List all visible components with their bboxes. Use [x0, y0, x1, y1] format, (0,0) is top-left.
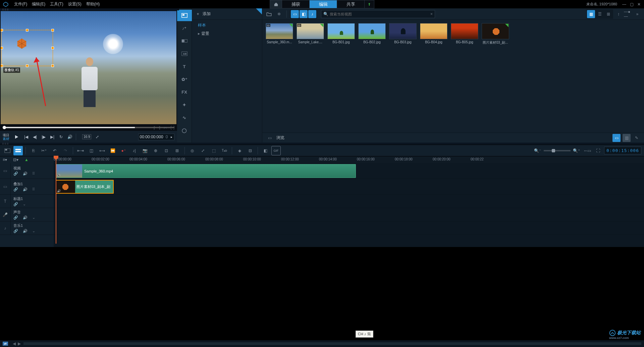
correction-category-button[interactable]: ✦	[177, 99, 192, 110]
time-ruler[interactable]: 00:00:00:0000:00:02:0000:00:04:0000:00:0…	[54, 156, 644, 163]
track-header-video[interactable]: ▭ 视频 🔗🔊⠿	[0, 163, 54, 179]
resize-handle[interactable]	[51, 64, 54, 67]
view-thumb-button[interactable]: ▦	[587, 10, 595, 18]
gallery-thumb[interactable]: BG-B05.jpg	[451, 23, 478, 45]
upload-button[interactable]	[364, 0, 374, 8]
stretch-button[interactable]: ⟷	[97, 146, 107, 155]
clear-search-button[interactable]: ×	[430, 12, 433, 16]
gallery-thumb[interactable]: ▭Sample_Lake....	[297, 23, 324, 45]
scroll-left-button[interactable]: ◀	[13, 341, 16, 346]
resize-handle[interactable]	[51, 29, 54, 32]
link-icon[interactable]: 🔗	[13, 215, 18, 220]
timeline-view-button[interactable]	[13, 146, 23, 155]
footer-btn-3[interactable]: ✎	[633, 134, 641, 142]
video-clip[interactable]: Sample_360.mp4	[56, 164, 356, 178]
gallery-thumb[interactable]: BG-B03.jpg	[389, 23, 417, 45]
3d-title-button[interactable]: T₃ᴅ	[220, 146, 229, 155]
fit-window-button[interactable]: ⛶	[593, 146, 603, 155]
add-track-button[interactable]: ▲	[24, 157, 29, 162]
media-category-button[interactable]	[177, 10, 192, 21]
copy-button[interactable]: ⎘	[29, 146, 38, 155]
resize-handle[interactable]	[1, 29, 3, 32]
mask-button[interactable]: ⬚	[209, 146, 218, 155]
bottom-badge[interactable]: ⇄	[3, 342, 8, 346]
fx-category-button[interactable]: FX	[177, 86, 192, 98]
music-lane[interactable]	[54, 221, 644, 235]
link-icon[interactable]: 🔗	[13, 171, 18, 176]
menu-tools[interactable]: 工具(T)	[50, 1, 63, 7]
gallery-thumb[interactable]: BG-B02.jpg	[358, 23, 386, 45]
resize-handle[interactable]	[1, 47, 3, 49]
tab-home[interactable]	[270, 0, 282, 8]
timeline-timecode[interactable]: 0:00:15:006	[604, 147, 641, 154]
capture-button[interactable]: ✲	[275, 10, 283, 18]
overlay-clip[interactable]: 图片素材03_副本_副	[56, 180, 114, 194]
filter-video-button[interactable]: ▭	[291, 10, 299, 18]
more-icon[interactable]: ⠿	[32, 171, 35, 176]
step-fwd-button[interactable]: |▶	[41, 134, 46, 140]
menu-help[interactable]: 帮助(H)	[86, 1, 100, 7]
more-icon[interactable]: ⠿	[32, 187, 35, 192]
redo-button[interactable]: ↷	[61, 146, 70, 155]
voice-lane[interactable]	[54, 208, 644, 221]
menu-edit[interactable]: 编辑(E)	[32, 1, 45, 7]
resize-handle[interactable]	[26, 64, 29, 67]
tools-button[interactable]: ✂⁺	[39, 146, 49, 155]
path-category-button[interactable]: ∿	[177, 112, 192, 123]
color-button[interactable]: ◧	[261, 146, 270, 155]
import-folder-button[interactable]	[265, 10, 273, 18]
resize-handle[interactable]	[26, 29, 29, 32]
split-screen-button[interactable]: ⊟	[246, 146, 255, 155]
maximize-button[interactable]: ▢	[629, 2, 634, 7]
scissors-icon[interactable]: ✂	[164, 126, 167, 130]
transition-category-button[interactable]	[177, 35, 192, 47]
chevron-down-icon[interactable]: ⌄	[32, 215, 35, 220]
preview-monitor[interactable]: 覆叠轨 #1	[1, 11, 176, 124]
slider-button[interactable]: —●—	[624, 10, 632, 18]
link-icon[interactable]: 🔗	[13, 229, 18, 233]
pan-zoom-button[interactable]: ⤢	[198, 146, 208, 155]
playhead[interactable]	[56, 156, 56, 244]
trim-button[interactable]: ⇤⇥	[76, 146, 85, 155]
browse-button[interactable]: ▭	[266, 134, 274, 142]
mark-out-icon[interactable]: ⌉	[159, 126, 160, 130]
view-grid-button[interactable]: ⊞	[604, 10, 612, 18]
title-category-button[interactable]: AB	[177, 48, 192, 59]
track-header-music[interactable]: ♪ 音乐1 🔗🔊⌄	[0, 221, 54, 235]
sort-button[interactable]: ↕	[614, 10, 623, 18]
storyboard-view-button[interactable]	[3, 146, 12, 155]
track-height-button[interactable]: ⊟▾	[13, 157, 18, 162]
gallery-thumb[interactable]: ▭Sample_360.m...	[266, 23, 293, 45]
track-header-overlay[interactable]: ▭ 叠加1 🔗🔊⠿	[0, 179, 54, 195]
footer-btn-2[interactable]: ▥	[623, 134, 631, 142]
overlay-category-button[interactable]: ✿⁺	[177, 73, 192, 85]
effect-button[interactable]: ◈	[235, 146, 244, 155]
volume-icon[interactable]: 🔊	[23, 215, 28, 220]
tree-item-samples[interactable]: 样本	[192, 21, 262, 30]
gallery-thumb[interactable]: BG-B01.jpg	[327, 23, 355, 45]
panel-grip[interactable]	[177, 8, 179, 10]
aspect-ratio[interactable]: 16:9	[82, 134, 91, 139]
fit-project-button[interactable]: ↔▭	[583, 146, 592, 155]
play-button[interactable]	[13, 133, 20, 141]
record-button[interactable]: ●⁺	[119, 146, 128, 155]
tab-edit[interactable]: 编辑	[309, 0, 337, 8]
expand-icon[interactable]: ⛶	[170, 126, 174, 130]
text-category-button[interactable]: T	[177, 61, 192, 72]
search-input[interactable]	[330, 12, 430, 16]
undo-button[interactable]: ↶	[50, 146, 59, 155]
chapter-button[interactable]: ⊕	[151, 146, 160, 155]
preview-options-icon[interactable]: ⤢	[95, 134, 100, 140]
track-motion-button[interactable]: ◎	[187, 146, 197, 155]
preview-mode-labels[interactable]: 项目 素材	[3, 133, 9, 141]
menu-settings[interactable]: 设置(S)	[68, 1, 82, 7]
close-button[interactable]: ✕	[637, 2, 641, 7]
resize-handle[interactable]	[1, 64, 3, 67]
track-header-voice[interactable]: 🎤 声音 🔗🔊⌄	[0, 208, 54, 221]
multi-button[interactable]: ⊞	[172, 146, 182, 155]
gallery-thumb[interactable]: 图片素材03_副...	[482, 23, 509, 45]
track-options-button[interactable]: ≡▾	[3, 157, 7, 162]
minimize-button[interactable]: —	[622, 2, 627, 7]
panel-grip[interactable]: ⠿⠿⠿	[0, 8, 177, 10]
footer-btn-1[interactable]: ▭	[612, 134, 621, 142]
